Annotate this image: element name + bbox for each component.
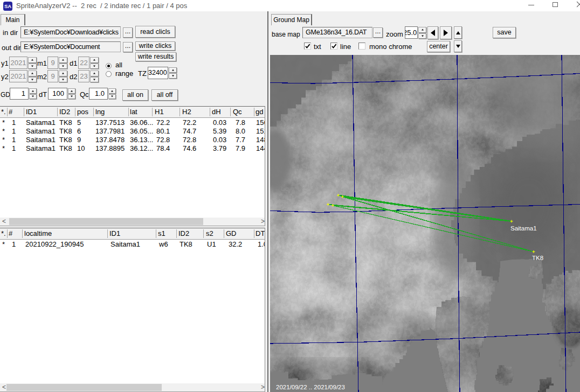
svg-text:Saitama1: Saitama1 [510, 225, 537, 232]
svg-text:2021/09/22 .. 2021/09/23: 2021/09/22 .. 2021/09/23 [276, 384, 345, 390]
svg-text:TK8: TK8 [532, 255, 543, 261]
